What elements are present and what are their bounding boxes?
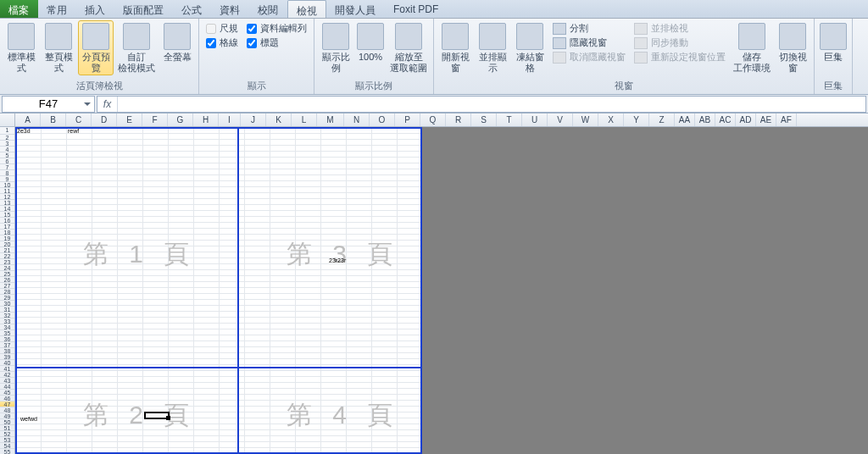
col-header-S[interactable]: S [471, 114, 497, 126]
tab-insert[interactable]: 插入 [76, 0, 114, 18]
col-header-AE[interactable]: AE [756, 114, 776, 126]
row-header-54[interactable]: 54 [0, 443, 14, 449]
row-header-43[interactable]: 43 [0, 378, 14, 384]
row-header-8[interactable]: 8 [0, 170, 14, 176]
row-header-10[interactable]: 10 [0, 182, 14, 188]
row-header-51[interactable]: 51 [0, 425, 14, 431]
col-header-W[interactable]: W [573, 114, 598, 126]
row-header-42[interactable]: 42 [0, 372, 14, 378]
row-header-1[interactable]: 1 [0, 127, 14, 135]
col-header-N[interactable]: N [344, 114, 370, 126]
col-header-C[interactable]: C [66, 114, 92, 126]
row-header-33[interactable]: 33 [0, 318, 14, 324]
row-header-32[interactable]: 32 [0, 313, 14, 318]
col-header-AB[interactable]: AB [695, 114, 715, 126]
worksheet-grid[interactable]: 1234567891011121314151617181920212223242… [0, 127, 868, 454]
col-header-B[interactable]: B [41, 114, 66, 126]
formula-input-area[interactable]: fx [97, 96, 866, 113]
tab-data[interactable]: 資料 [211, 0, 249, 18]
col-header-Z[interactable]: Z [649, 114, 675, 126]
row-header-47[interactable]: 47 [0, 401, 14, 407]
name-box[interactable]: F47 [2, 96, 95, 113]
tab-developer[interactable]: 開發人員 [326, 0, 385, 18]
normal-view-button[interactable]: 標準模式 [3, 20, 39, 75]
row-header-13[interactable]: 13 [0, 200, 14, 206]
row-header-20[interactable]: 20 [0, 241, 14, 247]
row-header-34[interactable]: 34 [0, 324, 14, 330]
col-header-J[interactable]: J [241, 114, 266, 126]
row-header-17[interactable]: 17 [0, 224, 14, 230]
col-header-AC[interactable]: AC [715, 114, 736, 126]
row-header-22[interactable]: 22 [0, 253, 14, 259]
row-header-29[interactable]: 29 [0, 295, 14, 301]
row-header-39[interactable]: 39 [0, 354, 14, 360]
row-header-53[interactable]: 53 [0, 437, 14, 443]
tab-view[interactable]: 檢視 [287, 0, 326, 18]
zoom-100-button[interactable]: 100% [355, 20, 386, 65]
col-header-H[interactable]: H [193, 114, 219, 126]
col-header-AF[interactable]: AF [776, 114, 797, 126]
row-header-4[interactable]: 4 [0, 147, 14, 152]
page-break-preview-button[interactable]: 分頁預覽 [78, 20, 114, 75]
row-header-30[interactable]: 30 [0, 301, 14, 307]
col-header-AD[interactable]: AD [736, 114, 756, 126]
ruler-checkbox[interactable]: 尺規 [206, 22, 238, 35]
row-header-7[interactable]: 7 [0, 164, 14, 170]
tab-formulas[interactable]: 公式 [173, 0, 211, 18]
tab-home[interactable]: 常用 [38, 0, 76, 18]
row-header-19[interactable]: 19 [0, 235, 14, 241]
row-header-38[interactable]: 38 [0, 348, 14, 354]
col-header-Q[interactable]: Q [420, 114, 446, 126]
row-header-26[interactable]: 26 [0, 277, 14, 283]
row-header-5[interactable]: 5 [0, 152, 14, 158]
row-header-49[interactable]: 49 [0, 413, 14, 419]
row-headers[interactable]: 1234567891011121314151617181920212223242… [0, 127, 15, 454]
tab-page-layout[interactable]: 版面配置 [114, 0, 173, 18]
row-header-28[interactable]: 28 [0, 289, 14, 295]
col-header-L[interactable]: L [292, 114, 317, 126]
row-header-35[interactable]: 35 [0, 330, 14, 336]
col-header-Y[interactable]: Y [624, 114, 649, 126]
col-header-AA[interactable]: AA [675, 114, 695, 126]
select-all-corner[interactable] [0, 114, 15, 126]
row-header-50[interactable]: 50 [0, 419, 14, 425]
col-header-G[interactable]: G [168, 114, 193, 126]
col-header-K[interactable]: K [266, 114, 292, 126]
col-header-M[interactable]: M [317, 114, 344, 126]
col-header-E[interactable]: E [117, 114, 142, 126]
switch-windows-button[interactable]: 切換視窗 [775, 20, 810, 75]
column-headers[interactable]: ABCDEFGHIJKLMNOPQRSTUVWXYZAAABACADAEAF [0, 114, 868, 127]
col-header-T[interactable]: T [497, 114, 522, 126]
col-header-F[interactable]: F [142, 114, 168, 126]
zoom-button[interactable]: 顯示比例 [318, 20, 353, 75]
row-header-2[interactable]: 2 [0, 135, 14, 141]
tab-review[interactable]: 校閱 [249, 0, 287, 18]
col-header-A[interactable]: A [15, 114, 41, 126]
arrange-all-button[interactable]: 並排顯示 [475, 20, 510, 75]
col-header-U[interactable]: U [522, 114, 548, 126]
split-button[interactable]: 分割 [553, 22, 626, 35]
row-header-21[interactable]: 21 [0, 247, 14, 253]
row-header-25[interactable]: 25 [0, 271, 14, 277]
row-header-27[interactable]: 27 [0, 283, 14, 289]
row-header-36[interactable]: 36 [0, 336, 14, 342]
row-header-55[interactable]: 55 [0, 449, 14, 454]
row-header-3[interactable]: 3 [0, 141, 14, 147]
row-header-41[interactable]: 41 [0, 366, 14, 372]
new-window-button[interactable]: 開新視窗 [437, 20, 473, 75]
row-header-11[interactable]: 11 [0, 188, 14, 194]
cell-b48[interactable]: wefwd [20, 416, 37, 422]
col-header-D[interactable]: D [92, 114, 117, 126]
fullscreen-button[interactable]: 全螢幕 [159, 20, 195, 65]
row-header-14[interactable]: 14 [0, 206, 14, 212]
row-header-44[interactable]: 44 [0, 384, 14, 390]
row-header-52[interactable]: 52 [0, 431, 14, 437]
page-break-horizontal[interactable] [15, 367, 422, 368]
col-header-O[interactable]: O [370, 114, 395, 126]
col-header-R[interactable]: R [446, 114, 471, 126]
row-header-40[interactable]: 40 [0, 360, 14, 366]
col-header-I[interactable]: I [219, 114, 241, 126]
macros-button[interactable]: 巨集 [818, 20, 849, 65]
row-header-45[interactable]: 45 [0, 390, 14, 396]
row-header-18[interactable]: 18 [0, 230, 14, 235]
